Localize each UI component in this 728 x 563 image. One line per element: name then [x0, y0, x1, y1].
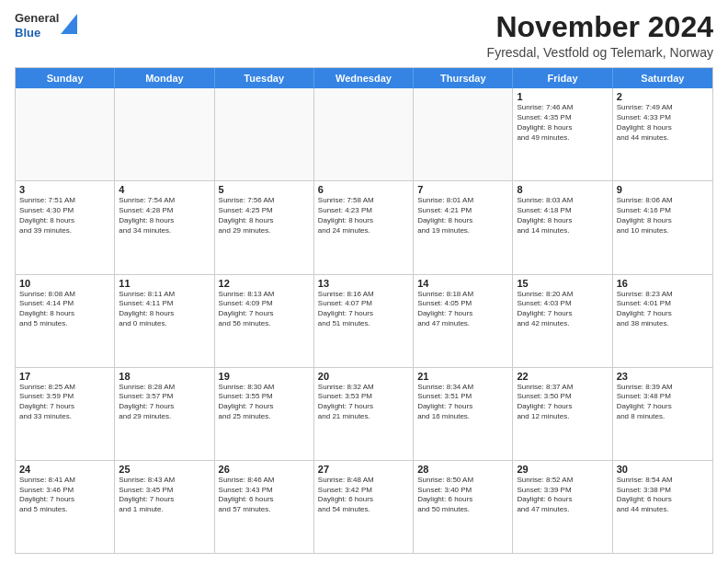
day-number: 10	[19, 278, 110, 289]
day-number: 5	[219, 184, 310, 195]
day-info: Sunrise: 8:54 AM Sunset: 3:38 PM Dayligh…	[617, 476, 709, 515]
day-info: Sunrise: 8:20 AM Sunset: 4:03 PM Dayligh…	[517, 290, 608, 329]
subtitle: Fyresdal, Vestfold og Telemark, Norway	[487, 45, 713, 60]
day-number: 22	[517, 371, 608, 382]
logo-icon	[61, 14, 77, 34]
day-info: Sunrise: 8:16 AM Sunset: 4:07 PM Dayligh…	[318, 290, 409, 329]
calendar-cell: 23Sunrise: 8:39 AM Sunset: 3:48 PM Dayli…	[613, 368, 712, 460]
day-number: 28	[417, 464, 508, 475]
day-info: Sunrise: 8:32 AM Sunset: 3:53 PM Dayligh…	[318, 383, 409, 422]
day-info: Sunrise: 7:54 AM Sunset: 4:28 PM Dayligh…	[119, 196, 210, 236]
calendar-cell: 20Sunrise: 8:32 AM Sunset: 3:53 PM Dayli…	[314, 368, 414, 460]
calendar-cell: 3Sunrise: 7:51 AM Sunset: 4:30 PM Daylig…	[16, 181, 115, 273]
day-info: Sunrise: 8:03 AM Sunset: 4:18 PM Dayligh…	[517, 196, 608, 236]
calendar-cell: 30Sunrise: 8:54 AM Sunset: 3:38 PM Dayli…	[613, 461, 712, 553]
day-info: Sunrise: 8:13 AM Sunset: 4:09 PM Dayligh…	[219, 290, 310, 329]
logo: General Blue	[15, 11, 77, 40]
weekday-header: Thursday	[414, 68, 513, 88]
day-number: 23	[617, 371, 709, 382]
day-number: 4	[119, 184, 210, 195]
calendar-cell: 5Sunrise: 7:56 AM Sunset: 4:25 PM Daylig…	[215, 181, 314, 273]
title-block: November 2024 Fyresdal, Vestfold og Tele…	[487, 11, 713, 60]
day-number: 13	[318, 278, 409, 289]
day-info: Sunrise: 8:23 AM Sunset: 4:01 PM Dayligh…	[617, 290, 709, 329]
day-number: 2	[617, 91, 709, 102]
day-number: 9	[617, 184, 709, 195]
calendar-row: 24Sunrise: 8:41 AM Sunset: 3:46 PM Dayli…	[16, 461, 712, 553]
calendar-cell	[314, 88, 414, 180]
calendar-cell: 7Sunrise: 8:01 AM Sunset: 4:21 PM Daylig…	[414, 181, 513, 273]
day-info: Sunrise: 8:41 AM Sunset: 3:46 PM Dayligh…	[19, 476, 110, 515]
calendar-cell: 4Sunrise: 7:54 AM Sunset: 4:28 PM Daylig…	[115, 181, 214, 273]
calendar-body: 1Sunrise: 7:46 AM Sunset: 4:35 PM Daylig…	[16, 88, 712, 553]
day-number: 26	[219, 464, 310, 475]
day-info: Sunrise: 8:06 AM Sunset: 4:16 PM Dayligh…	[617, 196, 709, 236]
day-number: 24	[19, 464, 110, 475]
day-info: Sunrise: 8:50 AM Sunset: 3:40 PM Dayligh…	[417, 476, 508, 515]
day-number: 30	[617, 464, 709, 475]
day-info: Sunrise: 8:43 AM Sunset: 3:45 PM Dayligh…	[119, 476, 210, 515]
calendar-cell: 8Sunrise: 8:03 AM Sunset: 4:18 PM Daylig…	[513, 181, 612, 273]
day-number: 25	[119, 464, 210, 475]
day-number: 21	[417, 371, 508, 382]
calendar-cell: 11Sunrise: 8:11 AM Sunset: 4:11 PM Dayli…	[115, 275, 214, 367]
calendar-cell: 29Sunrise: 8:52 AM Sunset: 3:39 PM Dayli…	[513, 461, 612, 553]
calendar-row: 1Sunrise: 7:46 AM Sunset: 4:35 PM Daylig…	[16, 88, 712, 181]
calendar-cell: 24Sunrise: 8:41 AM Sunset: 3:46 PM Dayli…	[16, 461, 115, 553]
day-number: 11	[119, 278, 210, 289]
day-number: 20	[318, 371, 409, 382]
calendar-cell	[414, 88, 513, 180]
calendar-header: SundayMondayTuesdayWednesdayThursdayFrid…	[16, 68, 712, 88]
day-info: Sunrise: 8:11 AM Sunset: 4:11 PM Dayligh…	[119, 290, 210, 329]
day-info: Sunrise: 8:52 AM Sunset: 3:39 PM Dayligh…	[517, 476, 608, 515]
day-info: Sunrise: 8:28 AM Sunset: 3:57 PM Dayligh…	[119, 383, 210, 422]
weekday-header: Friday	[513, 68, 612, 88]
calendar-cell: 25Sunrise: 8:43 AM Sunset: 3:45 PM Dayli…	[115, 461, 214, 553]
calendar-cell: 27Sunrise: 8:48 AM Sunset: 3:42 PM Dayli…	[314, 461, 414, 553]
day-number: 12	[219, 278, 310, 289]
day-info: Sunrise: 8:25 AM Sunset: 3:59 PM Dayligh…	[19, 383, 110, 422]
day-number: 29	[517, 464, 608, 475]
day-number: 19	[219, 371, 310, 382]
day-number: 7	[417, 184, 508, 195]
day-info: Sunrise: 7:46 AM Sunset: 4:35 PM Dayligh…	[517, 103, 608, 143]
day-info: Sunrise: 7:49 AM Sunset: 4:33 PM Dayligh…	[617, 103, 709, 143]
calendar-cell: 21Sunrise: 8:34 AM Sunset: 3:51 PM Dayli…	[414, 368, 513, 460]
day-info: Sunrise: 8:48 AM Sunset: 3:42 PM Dayligh…	[318, 476, 409, 515]
calendar-cell: 2Sunrise: 7:49 AM Sunset: 4:33 PM Daylig…	[613, 88, 712, 180]
day-number: 3	[19, 184, 110, 195]
header: General Blue November 2024 Fyresdal, Ves…	[15, 11, 713, 60]
weekday-header: Wednesday	[314, 68, 414, 88]
calendar-cell: 28Sunrise: 8:50 AM Sunset: 3:40 PM Dayli…	[414, 461, 513, 553]
calendar-cell: 17Sunrise: 8:25 AM Sunset: 3:59 PM Dayli…	[16, 368, 115, 460]
calendar-row: 3Sunrise: 7:51 AM Sunset: 4:30 PM Daylig…	[16, 181, 712, 274]
calendar-cell: 15Sunrise: 8:20 AM Sunset: 4:03 PM Dayli…	[513, 275, 612, 367]
calendar: SundayMondayTuesdayWednesdayThursdayFrid…	[15, 67, 713, 554]
calendar-cell: 6Sunrise: 7:58 AM Sunset: 4:23 PM Daylig…	[314, 181, 414, 273]
calendar-cell: 10Sunrise: 8:08 AM Sunset: 4:14 PM Dayli…	[16, 275, 115, 367]
calendar-cell: 9Sunrise: 8:06 AM Sunset: 4:16 PM Daylig…	[613, 181, 712, 273]
weekday-header: Saturday	[613, 68, 712, 88]
calendar-row: 10Sunrise: 8:08 AM Sunset: 4:14 PM Dayli…	[16, 275, 712, 368]
weekday-header: Sunday	[16, 68, 115, 88]
calendar-cell: 14Sunrise: 8:18 AM Sunset: 4:05 PM Dayli…	[414, 275, 513, 367]
month-title: November 2024	[487, 11, 713, 43]
day-info: Sunrise: 8:39 AM Sunset: 3:48 PM Dayligh…	[617, 383, 709, 422]
day-info: Sunrise: 8:18 AM Sunset: 4:05 PM Dayligh…	[417, 290, 508, 329]
calendar-cell: 16Sunrise: 8:23 AM Sunset: 4:01 PM Dayli…	[613, 275, 712, 367]
day-info: Sunrise: 7:58 AM Sunset: 4:23 PM Dayligh…	[318, 196, 409, 236]
day-number: 15	[517, 278, 608, 289]
day-number: 1	[517, 91, 608, 102]
day-number: 16	[617, 278, 709, 289]
svg-marker-0	[61, 14, 77, 34]
calendar-cell: 26Sunrise: 8:46 AM Sunset: 3:43 PM Dayli…	[215, 461, 314, 553]
day-info: Sunrise: 8:01 AM Sunset: 4:21 PM Dayligh…	[417, 196, 508, 236]
day-number: 14	[417, 278, 508, 289]
page: General Blue November 2024 Fyresdal, Ves…	[0, 0, 728, 563]
calendar-cell: 12Sunrise: 8:13 AM Sunset: 4:09 PM Dayli…	[215, 275, 314, 367]
day-number: 17	[19, 371, 110, 382]
calendar-cell	[115, 88, 214, 180]
day-info: Sunrise: 8:08 AM Sunset: 4:14 PM Dayligh…	[19, 290, 110, 329]
logo-text: General Blue	[15, 11, 59, 40]
calendar-cell	[16, 88, 115, 180]
